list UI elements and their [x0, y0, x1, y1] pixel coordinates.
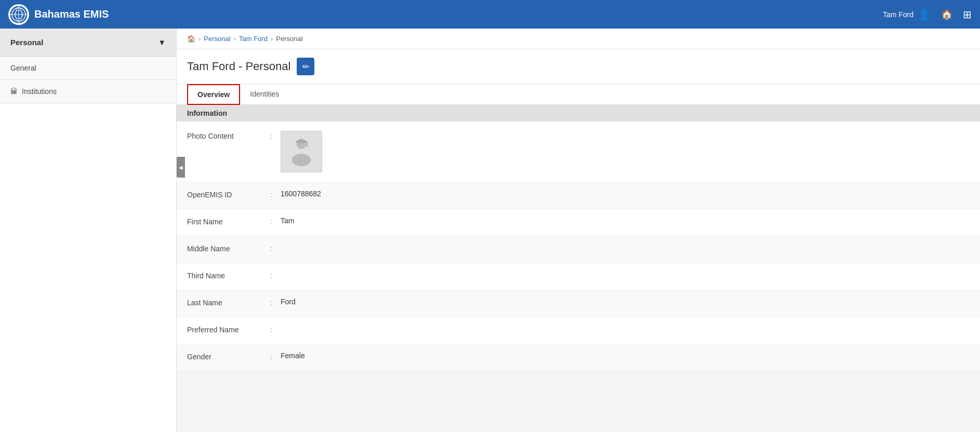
sidebar-item-personal[interactable]: Personal ▼	[0, 29, 176, 57]
breadcrumb-name[interactable]: Tam Ford	[239, 35, 268, 43]
sidebar-personal-label: Personal	[10, 38, 43, 47]
breadcrumb-current: Personal	[276, 35, 302, 43]
last-name-label: Last Name	[187, 298, 270, 307]
collapse-icon: ◀	[179, 165, 183, 170]
first-name-colon: :	[270, 217, 281, 226]
form-row-preferred-name: Preferred Name :	[177, 317, 980, 344]
sidebar-general-label: General	[10, 64, 36, 72]
content-area: ◀ Information Photo Content :	[177, 105, 980, 371]
breadcrumb-sep-1: ›	[198, 35, 201, 43]
home-icon[interactable]: 🏠	[941, 9, 952, 20]
gender-value: Female	[281, 352, 305, 360]
form-row-openemis-id: OpenEMIS ID : 1600788682	[177, 182, 980, 209]
gender-label: Gender	[187, 352, 270, 361]
third-name-colon: :	[270, 271, 281, 280]
pencil-icon: ✏	[302, 62, 309, 72]
openemis-id-label: OpenEMIS ID	[187, 190, 270, 199]
openemis-id-value: 1600788682	[281, 190, 321, 198]
breadcrumb-home[interactable]: 🏠	[187, 35, 195, 43]
photo-colon: :	[270, 131, 281, 140]
breadcrumb-sep-3: ›	[271, 35, 273, 43]
user-icon: 👤	[918, 8, 931, 21]
form-row-photo: Photo Content :	[177, 122, 980, 182]
institution-icon: 🏛	[10, 87, 18, 96]
last-name-colon: :	[270, 298, 281, 307]
app-title: Bahamas EMIS	[34, 8, 109, 20]
svg-point-7	[292, 154, 311, 166]
layout: Personal ▼ General 🏛 Institutions 🏠 › Pe…	[0, 29, 980, 432]
middle-name-colon: :	[270, 244, 281, 253]
tab-identities-label: Identities	[250, 90, 279, 98]
app-logo	[8, 4, 29, 25]
third-name-label: Third Name	[187, 271, 270, 280]
form-row-last-name: Last Name : Ford	[177, 290, 980, 317]
chevron-down-icon: ▼	[158, 38, 166, 47]
sidebar-item-general[interactable]: General	[0, 57, 176, 80]
openemis-colon: :	[270, 190, 281, 199]
section-info-label: Information	[187, 109, 227, 117]
page-header: Tam Ford - Personal ✏	[177, 49, 980, 84]
gender-colon: :	[270, 352, 281, 361]
preferred-name-colon: :	[270, 325, 281, 334]
navbar: Bahamas EMIS Tam Ford 👤 🏠 ⊞	[0, 0, 980, 29]
form-row-third-name: Third Name :	[177, 263, 980, 290]
photo-placeholder	[281, 131, 322, 172]
sidebar: Personal ▼ General 🏛 Institutions	[0, 29, 177, 432]
sidebar-item-institutions[interactable]: 🏛 Institutions	[0, 80, 176, 103]
sidebar-institutions-label: Institutions	[22, 87, 57, 96]
form-row-first-name: First Name : Tam	[177, 209, 980, 236]
svg-point-11	[306, 144, 308, 146]
section-information: Information	[177, 105, 980, 122]
navbar-right: Tam Ford 👤 🏠 ⊞	[883, 8, 972, 21]
first-name-value: Tam	[281, 217, 294, 225]
page-title: Tam Ford - Personal	[187, 60, 290, 73]
tab-overview-label: Overview	[197, 90, 230, 99]
form-row-gender: Gender : Female	[177, 344, 980, 371]
breadcrumb-personal[interactable]: Personal	[204, 35, 230, 43]
user-info: Tam Ford 👤	[883, 8, 931, 21]
tab-overview[interactable]: Overview	[187, 84, 240, 105]
tab-identities[interactable]: Identities	[240, 84, 289, 105]
brand: Bahamas EMIS	[8, 4, 109, 25]
edit-button[interactable]: ✏	[297, 58, 314, 75]
preferred-name-label: Preferred Name	[187, 325, 270, 334]
tabs: Overview Identities	[177, 84, 980, 105]
grid-icon[interactable]: ⊞	[963, 8, 972, 21]
photo-label: Photo Content	[187, 131, 270, 140]
first-name-label: First Name	[187, 217, 270, 226]
breadcrumb: 🏠 › Personal › Tam Ford › Personal	[177, 29, 980, 49]
middle-name-label: Middle Name	[187, 244, 270, 253]
user-name: Tam Ford	[883, 10, 913, 19]
form-row-middle-name: Middle Name :	[177, 236, 980, 263]
breadcrumb-sep-2: ›	[234, 35, 236, 43]
main-content: 🏠 › Personal › Tam Ford › Personal Tam F…	[177, 29, 980, 432]
last-name-value: Ford	[281, 298, 296, 306]
collapse-toggle[interactable]: ◀	[177, 157, 185, 178]
